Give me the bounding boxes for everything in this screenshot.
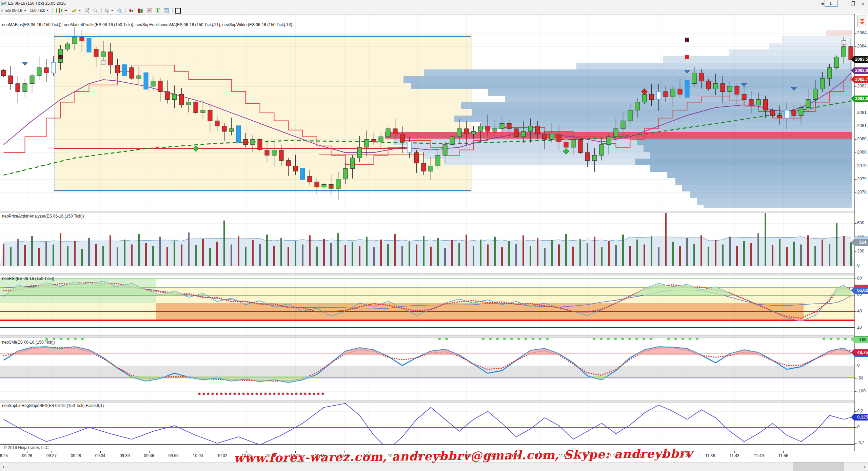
time-tick [783,451,784,453]
axis-tick-label: 2080,00 [857,150,868,155]
time-label: 10:00 [193,453,203,458]
last-price-badge: 2083,50 [854,56,868,63]
tick-mark [854,378,856,379]
slope-badge: 0,125 [854,414,868,421]
tick-mark [854,266,856,266]
tick-mark [854,86,856,87]
axis-tick-label: 0 [857,263,860,268]
axis-tick-label: 2079,00 [857,177,868,181]
tick-mark [854,251,856,252]
tick-mark [854,126,856,126]
time-tick [52,451,52,453]
axis-tick-label: 2080,50 [857,137,868,141]
horizontal-scrollbar[interactable] [0,462,868,471]
tick-mark [854,427,856,428]
time-label: 09:25 [0,453,8,458]
axis-tick-label: 0,2 [857,409,863,413]
time-tick [734,451,735,453]
scroll-to-end-button[interactable] [857,16,867,27]
tick-mark [854,46,856,47]
smi-panel-label: neoSMI(ES 06-16 (150 Tick)) [2,340,55,345]
tick-mark [854,279,856,279]
tick-mark [854,33,856,34]
bias-ma-badge: 2082,02 [854,96,868,102]
time-tick [125,451,125,453]
axis-tick-label: 600 [857,221,864,225]
axis-tick-label: -100 [857,389,866,393]
time-label: 09:27 [46,453,57,458]
axis-tick-label: 2078,50 [857,190,868,194]
price-panel-label: neoMABias(ES 06-16 (150 Tick)), neoMarke… [2,22,292,27]
time-label: 11:55 [778,453,788,458]
panel-separator[interactable] [0,335,868,338]
scrollbar-thumb[interactable] [793,463,844,471]
volume-badge: 324 [854,239,868,246]
time-tick [759,451,759,453]
ninjatrader-chart-window: { "window": { "title": "ES 06-16 (150 Ti… [0,0,868,471]
scroll-left-arrow[interactable]: ‹ [1,463,6,470]
time-tick [222,451,222,453]
tick-mark [854,113,856,113]
time-tick [149,451,150,453]
axis-tick-label: 2079,50 [857,163,868,168]
axis-tick-label: -0,2 [857,441,865,445]
time-label: 09:55 [169,453,179,458]
axis-tick-label: 2081,50 [857,110,868,115]
axis-tick-label: 200 [857,249,864,253]
axis-tick-label: -50 [857,376,863,381]
tick-mark [854,139,856,140]
time-label: 09:39 [120,453,130,458]
scroll-right-arrow[interactable]: › [862,463,867,470]
chart-bottom-border [0,444,868,445]
copyright-label: © 2016 NinjaTrader, LLC [2,445,50,450]
time-tick [27,451,27,453]
axis-tick-label: 20 [857,325,862,330]
smi-lines [4,347,851,382]
time-tick [3,451,3,453]
time-label: 11:43 [730,453,739,458]
panel-separator[interactable] [0,401,868,403]
panel-separator[interactable] [0,273,868,275]
time-label: 09:46 [144,453,154,458]
tick-mark [854,391,856,392]
axis-tick-label: 40 [857,309,862,313]
slope-panel-label: neoSupLinRegSlopeSFX(ES 06-16 (150 Tick)… [2,403,104,408]
time-tick [174,451,174,453]
time-tick [198,451,198,453]
axis-tick-label: 2084,00 [857,44,868,48]
signal-dots [45,337,854,395]
tick-mark [854,295,856,295]
tick-mark [854,192,856,193]
time-tick [76,451,76,453]
tick-mark [854,152,856,153]
axis-tick-label: 0 [857,425,860,429]
smi-badge: 48,76 [854,349,868,356]
tick-mark [854,366,856,366]
tick-mark [854,166,856,166]
time-label: 09:26 [22,453,32,458]
wilder-badge: 2082,75 [854,76,868,83]
time-label: 09:34 [95,453,105,458]
time-label: 11:49 [754,453,764,458]
tick-mark [854,411,856,412]
panel-separator[interactable] [0,211,868,213]
double-down-arrow-icon [860,19,865,21]
volume-panel-label: neoPriceActionAnalyzer(ES 06-16 (150 Tic… [2,214,84,219]
rsi-badge: 65,02 [854,287,868,294]
slope-line [4,404,851,450]
time-tick [710,451,710,453]
tick-mark [854,223,856,224]
time-label: 10:02 [217,453,227,458]
close-button[interactable]: × [858,0,868,6]
signal-markers [22,38,846,154]
axis-tick-label: 2084,50 [857,30,868,35]
time-tick [100,451,101,453]
smi-badge-underline [854,356,868,357]
axis-tick-label: 2081,00 [857,123,868,128]
axis-tick-label: 2082,50 [857,84,868,88]
tick-mark [854,311,856,312]
time-label: 09:28 [71,453,81,458]
axis-tick-label: 0 [857,363,860,368]
tick-mark [854,328,856,328]
tick-mark [854,179,856,180]
